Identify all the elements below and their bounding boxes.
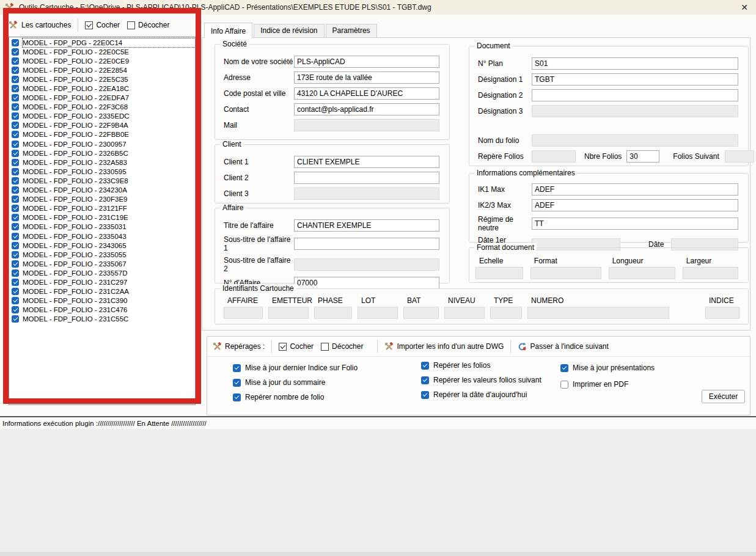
cartouche-list-item[interactable]: MODEL - FDP_FOLIO - 22EA18C <box>9 84 195 93</box>
client1-field[interactable] <box>294 156 439 168</box>
checkbox-box <box>233 364 241 372</box>
designation2-field[interactable] <box>532 89 738 101</box>
cartouche-list-item[interactable]: MODEL - FDP_FOLIO - 231C55C <box>9 315 195 324</box>
item-checkbox[interactable] <box>12 251 19 258</box>
item-checkbox[interactable] <box>12 150 19 157</box>
cartouche-list-item[interactable]: MODEL - FDP_FOLIO - 231C19E <box>9 213 195 222</box>
close-icon[interactable]: ✕ <box>738 2 751 12</box>
adresse-field[interactable] <box>294 71 439 84</box>
nom-societe-field[interactable] <box>294 56 439 68</box>
decocher-checkbox[interactable]: Décocher <box>127 21 169 29</box>
executer-button[interactable]: Exécuter <box>702 390 745 403</box>
cartouche-list-item[interactable]: MODEL - FDP_FOLIO - 231C2AA <box>9 287 195 296</box>
reperages-decocher-checkbox[interactable]: Décocher <box>321 342 363 351</box>
item-checkbox[interactable] <box>12 67 19 74</box>
option-checkbox[interactable]: Imprimer en PDF <box>560 380 655 389</box>
ik1-max-field[interactable] <box>532 183 738 196</box>
item-checkbox[interactable] <box>12 196 19 203</box>
cartouche-list-item[interactable]: MODEL - FDP_FOLIO - 22F9B4A <box>9 121 195 130</box>
item-checkbox[interactable] <box>12 48 19 56</box>
cartouche-list-item[interactable]: MODEL - FDP_FOLIO - 2343065 <box>9 241 195 250</box>
cartouche-list-item[interactable]: MODEL - FDP_FOLIO - 22E5C35 <box>9 75 195 84</box>
option-checkbox[interactable]: Repérer les valeurs folios suivant <box>421 376 541 384</box>
passer-indice-button[interactable]: Passer à l'indice suivant <box>530 342 608 351</box>
item-checkbox[interactable] <box>12 122 19 129</box>
item-checkbox[interactable] <box>12 159 19 166</box>
tab-parametres[interactable]: Paramètres <box>326 24 377 37</box>
item-label: MODEL - FDP_FOLIO - 232A583 <box>23 158 195 167</box>
item-checkbox[interactable] <box>12 205 19 212</box>
tab-info-affaire[interactable]: Info Affaire <box>204 23 252 38</box>
cartouche-list[interactable]: MODEL - FDP_PDG - 22E0C14MODEL - FDP_FOL… <box>9 37 196 405</box>
cartouche-list-item[interactable]: MODEL - FDP_FOLIO - 2335067 <box>9 259 195 268</box>
cartouche-list-item[interactable]: MODEL - FDP_FOLIO - 230F3E9 <box>9 195 195 204</box>
regime-neutre-field[interactable] <box>532 218 738 230</box>
cartouche-list-item[interactable]: MODEL - FDP_FOLIO - 2326B5C <box>9 148 195 158</box>
cartouche-list-item[interactable]: MODEL - FDP_FOLIO - 2335043 <box>9 232 195 241</box>
item-checkbox[interactable] <box>12 279 19 286</box>
cartouche-list-item[interactable]: MODEL - FDP_FOLIO - 2335055 <box>9 250 195 259</box>
sous-titre1-field[interactable] <box>294 238 439 250</box>
item-checkbox[interactable] <box>12 131 19 138</box>
titre-affaire-field[interactable] <box>294 219 439 232</box>
contact-field[interactable] <box>294 103 439 115</box>
item-checkbox[interactable] <box>12 233 19 240</box>
item-checkbox[interactable] <box>12 214 19 221</box>
item-checkbox[interactable] <box>12 141 19 148</box>
cartouche-list-item[interactable]: MODEL - FDP_FOLIO - 2335031 <box>9 222 195 232</box>
item-checkbox[interactable] <box>12 94 19 101</box>
option-checkbox[interactable]: Mise à jour présentations <box>560 364 655 372</box>
item-checkbox[interactable] <box>12 57 19 65</box>
option-checkbox[interactable]: Repérer nombre de folio <box>233 393 358 401</box>
importer-dwg-button[interactable]: Importer les info d'un autre DWG <box>397 342 504 351</box>
item-checkbox[interactable] <box>12 85 19 92</box>
cartouche-list-item[interactable]: MODEL - FDP_FOLIO - 231C297 <box>9 277 195 287</box>
ik23-max-field[interactable] <box>532 199 738 211</box>
cartouche-list-item[interactable]: MODEL - FDP_FOLIO - 233557D <box>9 268 195 277</box>
item-checkbox[interactable] <box>12 186 19 194</box>
item-checkbox[interactable] <box>12 242 19 249</box>
item-checkbox[interactable] <box>12 288 19 295</box>
item-checkbox[interactable] <box>12 103 19 111</box>
item-checkbox[interactable] <box>12 76 19 83</box>
cartouche-list-item[interactable]: MODEL - FDP_FOLIO - 232A583 <box>9 158 195 167</box>
cartouche-list-item[interactable]: MODEL - FDP_FOLIO - 233C9E8 <box>9 176 195 185</box>
item-checkbox[interactable] <box>12 315 19 323</box>
cocher-checkbox[interactable]: Cocher <box>85 21 120 29</box>
option-checkbox[interactable]: Mise à jour dernier Indice sur Folio <box>233 364 358 372</box>
numero-plan-field[interactable] <box>532 57 738 70</box>
item-checkbox[interactable] <box>12 269 19 277</box>
cartouche-list-item[interactable]: MODEL - FDP_FOLIO - 23121FF <box>9 204 195 213</box>
item-checkbox[interactable] <box>12 168 19 175</box>
cartouche-list-item[interactable]: MODEL - FDP_FOLIO - 22E2854 <box>9 65 195 75</box>
cartouche-list-item[interactable]: MODEL - FDP_FOLIO - 234230A <box>9 186 195 195</box>
cartouche-list-item[interactable]: MODEL - FDP_FOLIO - 22E0CE9 <box>9 56 195 65</box>
cartouche-list-item[interactable]: MODEL - FDP_FOLIO - 22F3C68 <box>9 103 195 112</box>
item-checkbox[interactable] <box>12 223 19 230</box>
cartouche-list-item[interactable]: MODEL - FDP_FOLIO - 231C390 <box>9 296 195 305</box>
cartouche-list-item[interactable]: MODEL - FDP_FOLIO - 2330595 <box>9 167 195 176</box>
item-checkbox[interactable] <box>12 260 19 268</box>
item-checkbox[interactable] <box>12 297 19 304</box>
tab-indice-de-revision[interactable]: Indice de révision <box>254 24 324 37</box>
item-checkbox[interactable] <box>12 112 19 120</box>
nbre-folios-field[interactable] <box>626 150 659 163</box>
designation1-field[interactable] <box>532 73 738 86</box>
item-checkbox[interactable] <box>12 306 19 313</box>
client2-field[interactable] <box>294 172 439 184</box>
option-checkbox[interactable]: Repérer la dâte d'aujourd'hui <box>421 390 541 399</box>
item-checkbox[interactable] <box>12 39 19 46</box>
cartouche-list-item[interactable]: MODEL - FDP_FOLIO - 22FBB0E <box>9 130 195 139</box>
cartouche-list-item[interactable]: MODEL - FDP_FOLIO - 22E0C5E <box>9 47 195 56</box>
cartouche-list-item[interactable]: MODEL - FDP_FOLIO - 22EDFA7 <box>9 93 195 103</box>
cartouche-list-item[interactable]: MODEL - FDP_PDG - 22E0C14 <box>9 38 195 47</box>
cartouche-list-item[interactable]: MODEL - FDP_FOLIO - 2335EDC <box>9 112 195 121</box>
numero-affaire-field[interactable] <box>294 277 439 289</box>
option-checkbox[interactable]: Mise à jour du sommaire <box>233 378 358 387</box>
reperages-cocher-checkbox[interactable]: Cocher <box>279 342 314 351</box>
item-checkbox[interactable] <box>12 177 19 185</box>
code-postal-field[interactable] <box>294 87 439 100</box>
cartouche-list-item[interactable]: MODEL - FDP_FOLIO - 2300957 <box>9 139 195 148</box>
cartouche-list-item[interactable]: MODEL - FDP_FOLIO - 231C476 <box>9 305 195 315</box>
option-checkbox[interactable]: Repérer les folios <box>421 361 541 370</box>
